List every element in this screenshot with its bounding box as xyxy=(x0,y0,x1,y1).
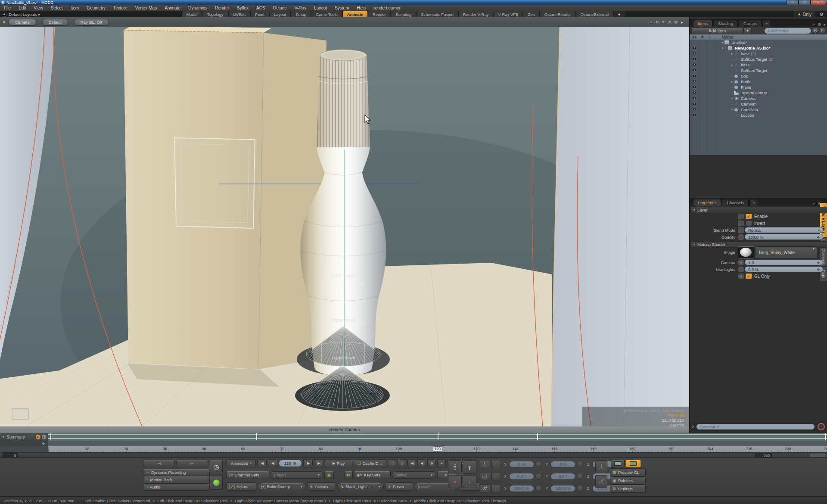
dynamic-parenting-button[interactable]: ⁘Dynamic Parenting xyxy=(143,469,210,476)
expand-arrow-icon[interactable]: ▸ xyxy=(721,41,724,44)
current-frame-field[interactable]: 120 xyxy=(279,460,302,467)
layout-pin-icon[interactable]: ▲ xyxy=(3,12,6,16)
palettes-button[interactable]: ▣Palettes xyxy=(610,476,646,485)
close-button[interactable]: ✕ xyxy=(811,0,826,5)
plus-icon[interactable]: + xyxy=(724,46,728,50)
next-key-icon[interactable]: |▶ xyxy=(303,459,313,467)
viewport-gear-icon[interactable]: ⚙ xyxy=(674,20,678,25)
layout-tab-v-ray-vfb[interactable]: V-Ray VFB xyxy=(494,11,523,17)
rotation-y-reset-button[interactable] xyxy=(577,473,583,479)
opacity-channel-stub[interactable] xyxy=(738,234,744,240)
timeline-ruler[interactable]: 0122436486072849610812013214415616818019… xyxy=(48,446,827,452)
menu-layout[interactable]: Layout xyxy=(310,6,331,10)
layout-tab-uvedit[interactable]: UVEdit xyxy=(229,11,251,17)
eye-icon[interactable] xyxy=(690,113,699,118)
expand-arrow-icon[interactable]: ▸ xyxy=(730,63,734,67)
pan-icon[interactable]: + xyxy=(650,20,653,25)
keyframe-marker[interactable] xyxy=(825,433,826,440)
layout-tab-render[interactable]: Render xyxy=(368,11,391,17)
tab-add[interactable]: + xyxy=(762,20,771,27)
layout-tab-animate[interactable]: Animate xyxy=(343,11,368,17)
world-axis-button[interactable] xyxy=(595,460,607,473)
item-row-camera[interactable]: +Camera xyxy=(690,96,827,101)
eye-icon[interactable] xyxy=(690,90,699,95)
position-y-field[interactable]: 0 m xyxy=(550,461,575,468)
add-layout-tab[interactable]: + xyxy=(614,11,625,17)
macro-record-button[interactable] xyxy=(818,423,825,430)
tab-items[interactable]: Items xyxy=(693,20,712,27)
scale-y-field[interactable]: 100.0 % xyxy=(550,485,575,492)
dope-sheet-button[interactable]: ⣿ xyxy=(448,460,462,473)
eye-icon[interactable] xyxy=(690,107,699,112)
menu-vertex-map[interactable]: Vertex Map xyxy=(131,6,161,10)
rotation-key-icon-button[interactable]: ◦ xyxy=(491,472,500,480)
invert-channel-stub[interactable] xyxy=(738,221,744,226)
filter-items-input[interactable]: Filter Items xyxy=(765,28,811,34)
eye-icon[interactable] xyxy=(690,46,699,50)
eye-icon[interactable] xyxy=(690,68,699,73)
tab-channels[interactable]: Channels xyxy=(722,199,749,206)
eye-icon[interactable] xyxy=(690,96,699,101)
gl-only-checkbox[interactable]: ✓ xyxy=(745,273,752,279)
key-popup-button[interactable]: ◆▾ xyxy=(344,471,353,479)
menu-render[interactable]: Render xyxy=(211,6,233,10)
item-row-base[interactable]: ▸base xyxy=(690,62,827,68)
layout-split-button[interactable] xyxy=(611,460,625,467)
graph-editor-button[interactable]: ┳ xyxy=(463,460,476,473)
maximize-button[interactable]: □ xyxy=(799,0,811,5)
audio-button[interactable]: ♪Audio xyxy=(143,483,210,491)
add-item-dropdown[interactable]: ▾ xyxy=(743,28,752,34)
tab-shading[interactable]: Shading xyxy=(713,20,738,27)
channel-sets-select[interactable]: (none)▾ xyxy=(270,471,323,479)
item-row-box[interactable]: ‒Box xyxy=(690,73,827,79)
tab-props-add[interactable]: + xyxy=(749,199,758,206)
item-row-texture-group[interactable]: ‒Texture Group xyxy=(690,90,827,96)
blend-mode-select[interactable]: Normal▾ xyxy=(745,227,823,233)
preview-widget[interactable] xyxy=(12,408,28,420)
viewport-tab-default[interactable]: Default xyxy=(42,19,68,25)
filter-track[interactable] xyxy=(48,441,827,446)
scale-x-reset-button[interactable] xyxy=(535,485,542,492)
layout-tab-model[interactable]: Model xyxy=(182,11,202,17)
layout-single-button[interactable] xyxy=(625,460,641,467)
scale-y-reset-button[interactable] xyxy=(577,485,583,492)
only-toggle[interactable]: ★ Only xyxy=(794,11,815,17)
go-start-icon[interactable]: |◀ xyxy=(257,459,267,467)
range-scroll-cap[interactable] xyxy=(810,454,825,457)
blend-channel-stub[interactable] xyxy=(738,227,744,233)
keyframe-marker[interactable] xyxy=(438,433,438,440)
item-row-plane[interactable]: ‒Plane xyxy=(690,84,827,90)
clock-green-icon[interactable]: ◷ xyxy=(398,459,406,467)
scale-key-icon-button[interactable]: ◦ xyxy=(491,484,500,492)
position-x-reset-button[interactable] xyxy=(535,461,542,467)
constrain-right-button[interactable]: ⊢ xyxy=(176,460,208,467)
scale-icon-button[interactable] xyxy=(479,484,490,492)
viewport-tab-ray-gl-off[interactable]: Ray GL: Off xyxy=(74,19,109,25)
keyframe-marker[interactable] xyxy=(50,433,51,440)
play-button[interactable]: ▶Play xyxy=(325,459,352,467)
frames-filter-button[interactable]: F xyxy=(42,435,47,439)
layout-tab-game-tools[interactable]: Game Tools xyxy=(311,11,342,17)
menu-octane[interactable]: Octane xyxy=(269,6,291,10)
actor-select[interactable]: [+]BottleSweep▾ xyxy=(258,483,306,490)
animated-dropdown[interactable]: Animated▾ xyxy=(227,459,256,467)
actors-button[interactable]: [✓]Actors xyxy=(227,482,256,491)
clock-red-icon[interactable]: ◷ xyxy=(388,459,396,467)
eye-icon[interactable] xyxy=(690,51,699,56)
position-x-field[interactable]: 0 m xyxy=(509,461,534,468)
menu-item[interactable]: Item xyxy=(67,6,83,10)
items-panel-arrow-icon[interactable]: ▸ xyxy=(824,22,826,27)
expand-arrow-icon[interactable]: ▸ xyxy=(730,52,734,56)
ruler-label-120[interactable]: 120 xyxy=(433,446,442,451)
item-row-locator[interactable]: ‒Locator xyxy=(690,112,827,118)
search-mode-s-button[interactable]: S xyxy=(812,28,818,34)
layer-section-header[interactable]: ▼Layer xyxy=(690,207,827,213)
key-sets-select[interactable]: (none)▾ xyxy=(392,471,436,479)
layout-tab-octanerender[interactable]: OctaneRender xyxy=(540,11,576,17)
layout-tab-setup[interactable]: Setup xyxy=(291,11,311,17)
actions-button[interactable]: ∗Actions xyxy=(307,482,336,491)
matcap-thumbnail[interactable] xyxy=(738,246,754,258)
key-sets-button[interactable]: ◆≡Key Sets xyxy=(354,471,391,479)
search-mode-f-button[interactable]: F xyxy=(819,28,826,34)
layout-tab-schematic-fusion[interactable]: Schematic Fusion xyxy=(417,11,458,17)
